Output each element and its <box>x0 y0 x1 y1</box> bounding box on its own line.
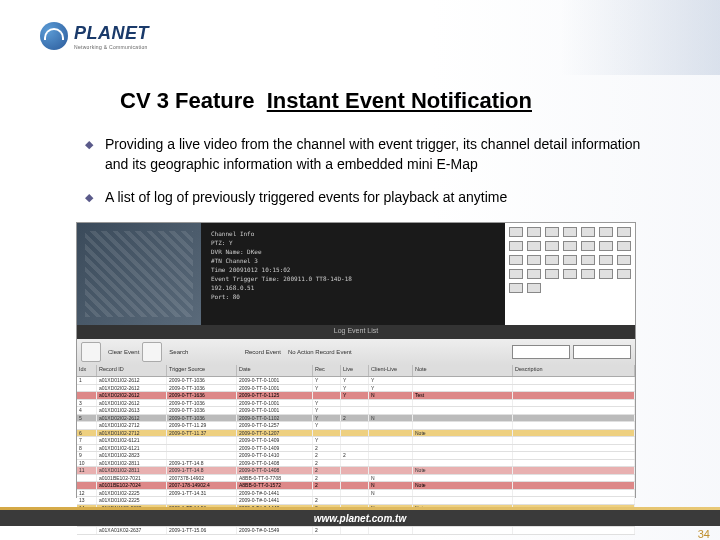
table-cell: 2009-0-TT-0-1410 <box>237 452 313 459</box>
table-cell <box>513 392 635 399</box>
table-cell <box>77 475 97 482</box>
table-cell: Y <box>313 400 341 407</box>
table-row[interactable]: 7a01XD01I02-61212009-0-TT-0-1409Y <box>77 437 635 445</box>
table-row[interactable]: a01XD02I02-26122009-0-TT-10362009-0-TT-0… <box>77 385 635 393</box>
table-cell <box>341 437 369 444</box>
search-button[interactable] <box>142 342 162 362</box>
table-cell: a01XA01K02-2637 <box>97 527 167 534</box>
table-cell: Y <box>313 385 341 392</box>
table-row[interactable]: 4a01XD01I02-26132009-0-TT-10362009-0-TT-… <box>77 407 635 415</box>
table-cell <box>413 407 513 414</box>
table-cell <box>413 475 513 482</box>
table-cell: 2 <box>341 452 369 459</box>
camera-icon <box>581 269 595 279</box>
table-cell: 9 <box>77 452 97 459</box>
table-cell <box>513 482 635 489</box>
table-cell <box>341 407 369 414</box>
table-cell: 2009-0-TT-0-1408 <box>237 467 313 474</box>
table-cell: 1 <box>77 377 97 384</box>
table-row[interactable]: 3a01XD01I02-26122009-0-TT-10362009-0-TT-… <box>77 400 635 408</box>
table-row[interactable]: a01XD01I02-27122009-0-TT-11.292009-0-TT-… <box>77 422 635 430</box>
table-cell <box>167 437 237 444</box>
table-row[interactable]: a01XD02I02-26122009-0-TT-16362009-0-TT-0… <box>77 392 635 400</box>
table-cell: Y <box>369 377 413 384</box>
table-cell: a01XD02I02-2612 <box>97 415 167 422</box>
clear-event-button[interactable] <box>81 342 101 362</box>
table-cell <box>77 422 97 429</box>
table-cell: Y <box>341 377 369 384</box>
camera-icon <box>545 241 559 251</box>
col-client: Client-Live <box>369 365 413 376</box>
info-line: Port: 80 <box>211 292 495 301</box>
table-row[interactable]: 8a01XD01I02-61212009-0-TT-0-14092 <box>77 445 635 453</box>
table-cell: 6 <box>77 430 97 437</box>
table-cell: a0101BE102-7021 <box>97 475 167 482</box>
table-cell: 2 <box>313 527 341 534</box>
table-cell <box>341 445 369 452</box>
table-row[interactable]: 10a01XD01I02-28112009-1-TT-14.82009-0-TT… <box>77 460 635 468</box>
table-row[interactable]: 5a01XD02I02-26122009-0-TT-10362009-0-TT-… <box>77 415 635 423</box>
table-cell <box>341 482 369 489</box>
table-row[interactable]: a0101BE102-70212007378-14902A8BB-0-TT-0-… <box>77 475 635 483</box>
table-cell: 2007-178-14902.4 <box>167 482 237 489</box>
table-cell <box>369 407 413 414</box>
table-row[interactable]: 6a01XD01I02-27122009-0-TT-11.372009-0-TT… <box>77 430 635 438</box>
info-line: Event Trigger Time: 200911.0 TT8-14D-18 <box>211 274 495 283</box>
table-cell: Y <box>313 377 341 384</box>
col-desc: Description <box>513 365 635 376</box>
table-cell: 4 <box>77 407 97 414</box>
table-cell: a01XD01I02-2612 <box>97 377 167 384</box>
table-row[interactable]: 11a01XD01I02-28112009-1-TT-14.82009-0-TT… <box>77 467 635 475</box>
table-cell: a01XD01I02-6121 <box>97 445 167 452</box>
table-cell: 2 <box>341 415 369 422</box>
table-cell: 3 <box>77 400 97 407</box>
table-row[interactable]: 12a01XD01I02-22252009-1-TT-14.312009-0-T… <box>77 490 635 498</box>
table-cell: 2009-0-TT-1036 <box>167 407 237 414</box>
camera-icon <box>581 255 595 265</box>
table-cell <box>341 422 369 429</box>
table-row[interactable]: 9a01XD01I02-28232009-0-TT-0-141022 <box>77 452 635 460</box>
table-cell: 2009-0-TT-1036 <box>167 415 237 422</box>
table-cell <box>513 385 635 392</box>
camera-icon <box>581 241 595 251</box>
col-rec: Rec <box>313 365 341 376</box>
info-line: DVR Name: DKee <box>211 247 495 256</box>
bullet-text: A list of log of previously triggered ev… <box>105 188 507 208</box>
bullet-item: ◆ A list of log of previously triggered … <box>85 188 655 208</box>
table-cell <box>341 490 369 497</box>
table-cell: a01XD01I02-2612 <box>97 400 167 407</box>
title-main: Instant Event Notification <box>267 88 532 113</box>
camera-icon <box>509 241 523 251</box>
camera-icon <box>563 241 577 251</box>
table-row[interactable]: a0101BE102-70242007-178-14902.4A8BB-0-TT… <box>77 482 635 490</box>
slide-title: CV 3 Feature Instant Event Notification <box>120 88 532 114</box>
camera-icon <box>509 227 523 237</box>
table-cell <box>313 430 341 437</box>
table-cell <box>341 527 369 534</box>
camera-icon <box>563 255 577 265</box>
table-cell <box>513 467 635 474</box>
camera-icon <box>527 241 541 251</box>
table-row[interactable]: 13a01XD01I02-22252009-0-T#-0-14412 <box>77 497 635 505</box>
col-recordid: Record ID <box>97 365 167 376</box>
info-line: 192.168.0.51 <box>211 283 495 292</box>
camera-icon <box>617 241 631 251</box>
filter-dropdown[interactable] <box>573 345 631 359</box>
table-cell <box>413 490 513 497</box>
table-cell <box>413 497 513 504</box>
table-cell: 2009-0-TT-0-1409 <box>237 437 313 444</box>
record-event-option[interactable]: Record Event <box>245 349 281 355</box>
noaction-record-option[interactable]: No Action Record Event <box>288 349 352 355</box>
planet-globe-icon <box>40 22 68 50</box>
camera-icon <box>599 269 613 279</box>
table-cell: a01XD01I02-2225 <box>97 497 167 504</box>
table-row[interactable]: 1a01XD01I02-26122009-0-TT-10362009-0-TT-… <box>77 377 635 385</box>
footer-bar: www.planet.com.tw <box>0 510 720 526</box>
table-cell: 5 <box>77 415 97 422</box>
table-cell: 2009-0-TT-0-1257 <box>237 422 313 429</box>
table-cell <box>513 400 635 407</box>
table-row[interactable]: a01XA01K02-26372009-1-TT-15.062009-0-T#-… <box>77 527 635 535</box>
filter-dropdown[interactable] <box>512 345 570 359</box>
table-cell <box>413 400 513 407</box>
table-cell <box>513 475 635 482</box>
